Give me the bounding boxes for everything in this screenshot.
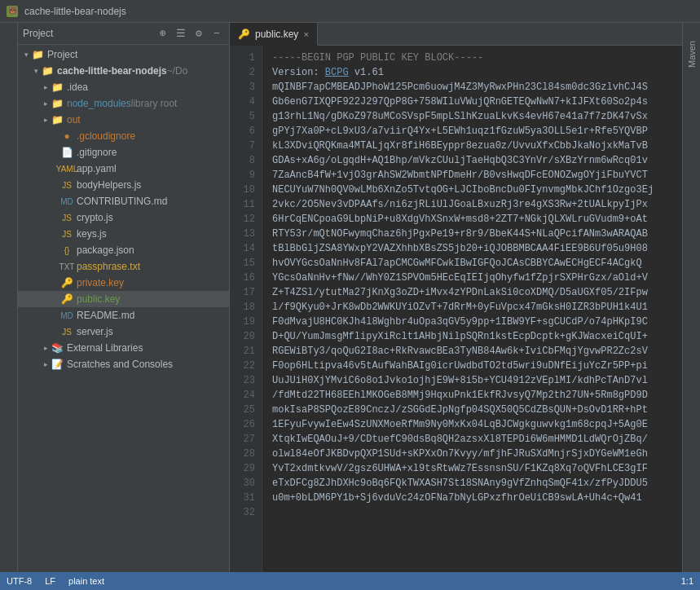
sidebar-item-label: bodyHelpers.js xyxy=(77,179,141,191)
line-number: 4 xyxy=(236,95,255,109)
settings-btn[interactable]: ⚙ xyxy=(192,26,206,41)
window-title: cache-little-bear-nodejs xyxy=(24,6,126,17)
status-bar: UTF-8 LF plain text 1:1 xyxy=(0,572,700,590)
sidebar-item-body-helpers[interactable]: ▸ JS bodyHelpers.js xyxy=(18,177,229,193)
sidebar-item-private-key[interactable]: ▸ 🔑 private.key xyxy=(18,275,229,291)
line-number: 23 xyxy=(236,373,255,388)
expand-arrow: ▸ xyxy=(41,115,51,125)
sidebar-item-crypto[interactable]: ▸ JS crypto.js xyxy=(18,209,229,226)
code-line: Gb6enG7IXQPF922J297QpP8G+758WIluVWujQRnG… xyxy=(272,95,672,109)
code-line: XtqkIwEQAOuJ+9/CDtuefC90dsBq8QH2azsxXl8T… xyxy=(272,432,672,447)
line-number: 11 xyxy=(236,197,255,212)
file-icon: 📄 xyxy=(60,146,73,159)
line-number: 9 xyxy=(236,168,255,183)
js-icon: JS xyxy=(60,227,73,240)
line-number: 3 xyxy=(236,80,255,95)
sidebar-item-scratches[interactable]: ▸ 📝 Scratches and Consoles xyxy=(18,356,229,372)
sidebar-item-gitignore[interactable]: ▸ 📄 .gitignore xyxy=(18,144,229,161)
md-icon: MD xyxy=(60,309,73,322)
file-type-label: plain text xyxy=(68,576,104,586)
code-line: -----BEGIN PGP PUBLIC KEY BLOCK----- xyxy=(272,51,672,65)
file-icon: ● xyxy=(60,130,73,143)
sidebar-item-label: Scratches and Consoles xyxy=(67,359,173,370)
md-icon: MD xyxy=(60,195,73,208)
js-icon: JS xyxy=(60,178,73,192)
tab-close-btn[interactable]: × xyxy=(303,29,308,39)
code-line: NECUYuW7Nh0QV0wLMb6XnZo5TvtqOG+LJCIboBnc… xyxy=(272,183,672,197)
sidebar-item-out[interactable]: ▸ 📁 out xyxy=(18,112,229,128)
sidebar-item-public-key[interactable]: ▸ 🔑 public.key xyxy=(18,291,229,307)
code-line: mokIsaP8SPQozE89CnczJ/zSGGdEJpNgfp04SQX5… xyxy=(272,403,672,417)
line-number: 28 xyxy=(236,447,255,461)
minimize-btn[interactable]: − xyxy=(209,26,224,41)
code-line: UuJUiH0XjYMviC6o8o1Jvko1ojhjE9W+8i5b+YCU… xyxy=(272,373,672,388)
line-number: 21 xyxy=(236,344,255,359)
sidebar-item-idea[interactable]: ▸ 📁 .idea xyxy=(18,79,229,95)
sidebar-item-label: server.js xyxy=(77,326,113,337)
txt-icon: TXT xyxy=(60,260,73,273)
sidebar-item-label: keys.js xyxy=(77,228,107,240)
sidebar-item-readme[interactable]: ▸ MD README.md xyxy=(18,307,229,324)
line-number: 31 xyxy=(236,491,255,505)
expand-arrow: ▾ xyxy=(21,50,31,59)
add-btn[interactable]: ⊕ xyxy=(156,26,170,41)
folder-icon: 📁 xyxy=(51,113,64,126)
code-line: tBlBbGljZSA8YWxpY2VAZXhhbXBsZS5jb20+iQJO… xyxy=(272,241,672,256)
code-line: mQINBF7apCMBEADJPhoW125Pcm6uowjM4Z3MyRwx… xyxy=(272,80,672,95)
folder-icon: 📁 xyxy=(51,81,64,94)
sidebar-item-package-json[interactable]: ▸ {} package.json xyxy=(18,242,229,258)
line-ending-label: LF xyxy=(45,576,55,586)
sidebar-item-label: .gitignore xyxy=(77,147,117,158)
line-number: 20 xyxy=(236,329,255,344)
line-number: 16 xyxy=(236,271,255,285)
line-number: 13 xyxy=(236,227,255,241)
project-icon: 📁 xyxy=(31,48,44,61)
code-line: 6HrCqENCpoaG9LbpNiP+u8XdgVhXSnxW+msd8+2Z… xyxy=(272,212,672,227)
sidebar-item-node-modules[interactable]: ▸ 📁 node_modules library root xyxy=(18,95,229,112)
project-label: Project xyxy=(23,28,152,39)
library-icon: 📚 xyxy=(51,341,64,354)
sidebar-item-keys[interactable]: ▸ JS keys.js xyxy=(18,226,229,242)
tab-label: public.key xyxy=(255,29,298,40)
line-number: 19 xyxy=(236,315,255,329)
layout-btn[interactable]: ☰ xyxy=(174,26,188,41)
line-number: 22 xyxy=(236,359,255,373)
code-area[interactable]: -----BEGIN PGP PUBLIC KEY BLOCK-----Vers… xyxy=(262,46,682,572)
sidebar-item-server[interactable]: ▸ JS server.js xyxy=(18,324,229,340)
sidebar-item-app-yaml[interactable]: ▸ YAML app.yaml xyxy=(18,161,229,177)
sidebar-item-label: README.md xyxy=(77,310,134,321)
sidebar-item-cache-root[interactable]: ▾ 📁 cache-little-bear-nodejs ~/Do xyxy=(18,63,229,79)
line-number: 12 xyxy=(236,212,255,227)
tab-public-key[interactable]: 🔑 public.key × xyxy=(230,23,318,46)
line-number: 26 xyxy=(236,417,255,432)
sidebar-item-project[interactable]: ▾ 📁 Project xyxy=(18,46,229,63)
sidebar-item-external-libs[interactable]: ▸ 📚 External Libraries xyxy=(18,340,229,356)
sidebar-suffix: ~/Do xyxy=(167,65,188,77)
json-icon: {} xyxy=(60,244,73,257)
code-line: g13rhL1Nq/gDKoZ978uMCoSVspF5mpLSlhKzuaLk… xyxy=(272,109,672,124)
line-number: 24 xyxy=(236,388,255,403)
right-tab-maven[interactable]: Maven xyxy=(684,24,700,84)
code-line: GDAs+xA6g/oLgqdH+AQ1Bhp/mVkzCUuljTaeHqbQ… xyxy=(272,153,672,168)
sidebar-item-gcloudignore[interactable]: ▸ ● .gcloudignore xyxy=(18,128,229,144)
sidebar-item-label: app.yaml xyxy=(77,163,117,174)
sidebar-item-label: CONTRIBUTING.md xyxy=(77,196,167,207)
code-line: eTxDFCg8ZJhDXHc9oBq6FQkTWXASH7St18SNAny9… xyxy=(272,476,672,491)
sidebar-item-passphrase[interactable]: ▸ TXT passphrase.txt xyxy=(18,258,229,275)
key-icon: 🔑 xyxy=(60,276,73,289)
status-file-type: plain text xyxy=(68,576,104,586)
encoding-label: UTF-8 xyxy=(7,576,32,586)
code-line: YvT2xdmtkvwV/2gsz6UHWA+xl9tsRtwWz7Essnsn… xyxy=(272,461,672,476)
sidebar-item-contributing[interactable]: ▸ MD CONTRIBUTING.md xyxy=(18,193,229,209)
code-line: F0dMvajU8HC0KJh4l8Wghbr4uOpa3qGV5y9pp+1I… xyxy=(272,315,672,329)
yaml-icon: YAML xyxy=(60,162,73,175)
line-number: 15 xyxy=(236,256,255,271)
line-number: 27 xyxy=(236,432,255,447)
code-line: gPYj7Xa0P+cL9xU3/a7viirQ4Yx+L5EWh1uqz1fG… xyxy=(272,124,672,139)
line-number: 2 xyxy=(236,65,255,80)
code-line: RGEWiBTy3/qoQuG2I8ac+RkRvawcBEa3TyNB84Aw… xyxy=(272,344,672,359)
status-cursor-pos: 1:1 xyxy=(681,576,693,586)
right-tab-label: Maven xyxy=(687,41,697,68)
sidebar-item-label: .idea xyxy=(67,81,88,93)
sidebar-item-label: public.key xyxy=(77,293,120,305)
